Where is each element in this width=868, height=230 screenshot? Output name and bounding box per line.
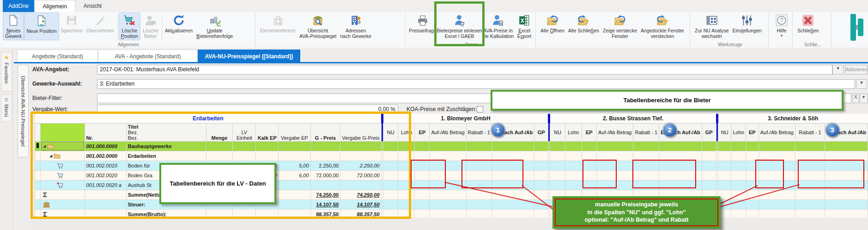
bieter-filter-dropdown-icon[interactable]: ▾ (860, 93, 868, 103)
bidder1-value-cell[interactable] (430, 151, 466, 161)
bidder3-column-header-ep[interactable]: EP (746, 123, 759, 141)
menge-cell[interactable] (206, 141, 233, 151)
tree-cell[interactable]: Σ (41, 190, 85, 199)
einheit-cell[interactable] (233, 209, 256, 218)
vergabe-g-preis-cell[interactable]: 2.250,00 (340, 161, 381, 170)
tree-cell[interactable] (41, 161, 85, 170)
bidder1-value-cell[interactable] (383, 151, 398, 161)
aktivieren-button[interactable]: Aktivieren (845, 65, 868, 75)
bidder3-column-header-rabatt-1[interactable]: Rabatt - 1 (795, 123, 825, 141)
expander-icon[interactable]: ◢ (49, 154, 52, 158)
kalk-ep-cell[interactable] (256, 151, 279, 161)
nr-cell[interactable]: 001.002.0020 (85, 170, 126, 180)
bidder1-value-cell[interactable] (383, 161, 398, 170)
ribbon-button-elementreferenz[interactable]: Elementreferenz (258, 12, 297, 40)
bidder2-value-cell[interactable] (550, 141, 565, 151)
bidder3-value-cell[interactable] (746, 209, 759, 218)
bidder2-value-cell[interactable] (550, 161, 565, 170)
bidder1-value-cell[interactable] (383, 190, 398, 199)
ribbon-button-schliessen[interactable]: Schließen (795, 12, 821, 40)
tree-cell[interactable] (41, 170, 85, 180)
einheit-cell[interactable] (233, 151, 256, 161)
ribbon-button-excel-export[interactable]: XExcelExport (514, 12, 534, 40)
vergabe-g-preis-cell[interactable]: 14.107,50 (340, 199, 381, 209)
bidder1-value-cell[interactable] (398, 141, 415, 151)
bidder2-value-cell[interactable] (550, 170, 565, 180)
ribbon-button-zur-nu-analyse-wechseln[interactable]: Zur NU Analysewechseln (693, 12, 731, 40)
g-preis-cell[interactable]: 72.000,00 (310, 170, 340, 180)
bidder3-value-cell[interactable] (718, 141, 731, 151)
g-preis-cell[interactable]: 14.107,50 (310, 199, 340, 209)
bidder3-value-cell[interactable] (731, 180, 746, 190)
bidder2-column-header-rabatt-1[interactable]: Rabatt - 1 (633, 123, 659, 141)
bidder3-value-cell[interactable] (746, 151, 759, 161)
bidder3-value-cell[interactable] (759, 151, 795, 161)
g-preis-cell[interactable]: 2.250,00 (310, 161, 340, 170)
nr-cell[interactable]: 001.002.0010 (85, 161, 126, 170)
bidder3-value-cell[interactable] (759, 141, 795, 151)
bidder3-value-cell[interactable] (825, 209, 868, 218)
einheit-cell[interactable] (233, 141, 256, 151)
bidder2-value-cell[interactable] (702, 161, 716, 170)
column-header-menge[interactable]: Menge (206, 123, 233, 141)
bidder2-value-cell[interactable] (565, 141, 582, 151)
bidder2-column-header-lohn[interactable]: Lohn (565, 123, 582, 141)
bidder2-value-cell[interactable] (550, 151, 565, 161)
bidder2-column-header-nu[interactable]: NU (550, 123, 565, 141)
bidder3-value-cell[interactable] (795, 151, 825, 161)
nr-cell[interactable] (85, 199, 126, 209)
bidder1-value-cell[interactable] (383, 209, 398, 218)
ribbon-button-speichern[interactable]: Speichern (59, 12, 85, 40)
ribbon-button-loesche-position[interactable]: LöschePosition (119, 12, 140, 40)
bidder2-value-cell[interactable] (659, 151, 702, 161)
bidder1-value-cell[interactable] (398, 190, 415, 199)
bidder1-value-cell[interactable] (383, 141, 398, 151)
ribbon-button-aktualisieren[interactable]: Aktualisieren (163, 12, 194, 40)
vergabe-g-preis-cell[interactable]: 74.250,00 (340, 190, 381, 199)
ribbon-tab-allgemein[interactable]: Allgemein (34, 0, 75, 12)
bidder3-value-cell[interactable] (825, 141, 868, 151)
vergabe-ep-cell[interactable]: 6,00 (279, 170, 310, 180)
ribbon-button-zeige-versteckte-fenster[interactable]: Zeige versteckeFenster (601, 12, 639, 40)
ribbon-button-adressen-nach-gewerke[interactable]: Adressennach Gewerke (338, 12, 373, 40)
bidder2-value-cell[interactable] (702, 180, 716, 190)
ava-angebot-dropdown-icon[interactable]: ▾ (832, 65, 844, 75)
bidder1-value-cell[interactable] (398, 199, 415, 209)
g-preis-cell[interactable]: 74.250,00 (310, 190, 340, 199)
bidder1-value-cell[interactable] (466, 209, 492, 218)
bidder3-value-cell[interactable] (731, 141, 746, 151)
bidder3-column-header-lohn[interactable]: Lohn (731, 123, 746, 141)
bidder1-value-cell[interactable] (466, 141, 492, 151)
column-header-titel[interactable]: TitelBez.Bez. (126, 123, 206, 141)
bidder1-value-cell[interactable] (534, 151, 548, 161)
bidder3-value-cell[interactable] (718, 151, 731, 161)
bidder3-value-cell[interactable] (795, 209, 825, 218)
bidder1-column-header-rabatt-1[interactable]: Rabatt - 1 (466, 123, 492, 141)
bidder1-column-header-lohn[interactable]: Lohn (398, 123, 415, 141)
bidder3-value-cell[interactable] (825, 190, 868, 199)
column-header-nr-[interactable]: Nr. (85, 123, 126, 141)
bidder3-value-cell[interactable] (718, 161, 731, 170)
vergabe-ep-cell[interactable]: 5,00 (279, 161, 310, 170)
bidder2-value-cell[interactable] (702, 170, 716, 180)
ribbon-button-alle-schliessen[interactable]: Alle Schließen (566, 12, 601, 40)
bidder3-value-cell[interactable] (795, 199, 825, 209)
bidder2-column-header-ep[interactable]: EP (582, 123, 596, 141)
ava-angebot-field[interactable]: 2017-GK-001: Musterhaus AVA Bielefeld (97, 65, 832, 75)
tree-cell[interactable]: ◢ (41, 141, 85, 151)
vergabe-g-preis-cell[interactable] (340, 141, 381, 151)
ribbon-button-preisanfrage[interactable]: Preisanfrage (408, 12, 437, 40)
bidder1-value-cell[interactable] (466, 151, 492, 161)
ribbon-button-alle-oeffnen[interactable]: Alle Öffnen (539, 12, 566, 40)
bidder1-value-cell[interactable] (492, 151, 534, 161)
bidder3-value-cell[interactable] (731, 151, 746, 161)
bidder2-value-cell[interactable] (702, 141, 716, 151)
document-tab-1[interactable]: Angebote (Standard) (17, 50, 98, 62)
bidder3-value-cell[interactable] (825, 151, 868, 161)
ribbon-button-uebersicht-ava-preisspiegel[interactable]: ÜbersichtAVA-Preisspiegel (297, 12, 338, 40)
bidder1-value-cell[interactable] (534, 141, 548, 151)
bidder1-value-cell[interactable] (430, 190, 466, 199)
gewerke-auswahl-dropdown-icon[interactable]: ▾ (856, 79, 867, 89)
g-preis-cell[interactable] (310, 141, 340, 151)
bidder3-value-cell[interactable] (759, 199, 795, 209)
